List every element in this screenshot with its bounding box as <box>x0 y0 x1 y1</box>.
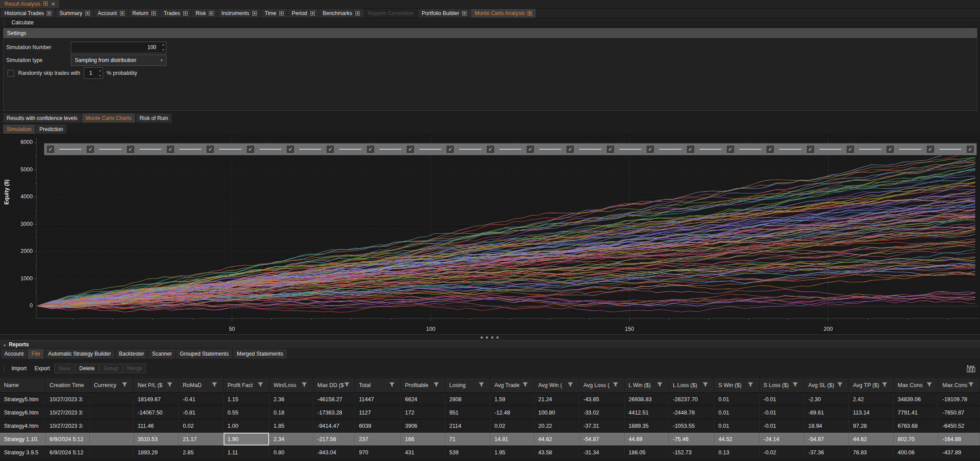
table-cell[interactable]: 2114 <box>445 419 490 432</box>
table-cell[interactable]: 0.01 <box>714 393 760 406</box>
legend-checkbox[interactable]: ✓ <box>807 146 814 153</box>
filter-funnel-icon[interactable] <box>389 382 395 387</box>
table-cell[interactable]: -75.46 <box>669 433 714 446</box>
legend-checkbox[interactable]: ✓ <box>207 146 214 153</box>
table-cell[interactable]: 1127 <box>355 406 401 419</box>
tab-return[interactable]: Return <box>129 9 159 18</box>
table-cell[interactable]: 18.94 <box>804 419 849 432</box>
table-cell[interactable]: -33.02 <box>579 406 625 419</box>
export-button[interactable]: Export <box>31 364 54 373</box>
legend-checkbox[interactable]: ✓ <box>607 146 614 153</box>
column-header-max-cons-21[interactable]: Max Cons <box>938 378 980 392</box>
tab-time[interactable]: Time <box>261 9 287 18</box>
spin-down-icon[interactable]: ▼ <box>162 48 165 52</box>
table-cell[interactable]: -12.48 <box>490 406 534 419</box>
table-cell[interactable]: 431 <box>401 446 445 459</box>
table-cell[interactable]: -2448.78 <box>669 406 714 419</box>
table-cell[interactable]: 26938.83 <box>625 393 669 406</box>
table-cell[interactable]: 2.36 <box>270 393 313 406</box>
table-cell[interactable]: 44.69 <box>625 433 669 446</box>
filter-funnel-icon[interactable] <box>613 382 618 387</box>
column-header-avg-tp-19[interactable]: Avg TP ($) <box>849 378 894 392</box>
table-cell[interactable]: -19109.78 <box>938 393 980 406</box>
reports-tab-backtester[interactable]: Backtester <box>116 349 148 359</box>
table-cell[interactable]: 0.18 <box>270 406 313 419</box>
table-cell[interactable]: -7650.87 <box>938 406 980 419</box>
table-cell[interactable]: 0.02 <box>179 419 224 432</box>
legend-checkbox[interactable]: ✓ <box>727 146 734 153</box>
legend-checkbox[interactable]: ✓ <box>847 146 854 153</box>
legend-checkbox[interactable]: ✓ <box>567 146 574 153</box>
table-cell[interactable]: Strategy 1.10. <box>0 433 46 446</box>
table-cell[interactable]: 10/27/2023 3: <box>46 419 90 432</box>
reports-tab-automatic-strategy-builder[interactable]: Automatic Strategy Builder <box>45 349 115 359</box>
table-cell[interactable]: -54.87 <box>579 433 625 446</box>
tab-summary[interactable]: Summary <box>56 9 93 18</box>
table-cell[interactable]: 11447 <box>355 393 401 406</box>
window-tab-result-analysis[interactable]: Result Analysis ✕ <box>0 0 59 8</box>
table-cell[interactable]: -1053.55 <box>669 419 714 432</box>
delete-button[interactable]: Delete <box>75 364 99 373</box>
filter-funnel-icon[interactable] <box>748 382 753 387</box>
table-cell[interactable]: 0.80 <box>270 446 313 459</box>
tab-period[interactable]: Period <box>288 9 318 18</box>
column-header-avg-trade-11[interactable]: Avg Trade <box>490 378 534 392</box>
table-cell[interactable]: -0.01 <box>760 419 804 432</box>
table-cell[interactable]: -0.02 <box>760 446 804 459</box>
table-cell[interactable] <box>90 446 134 459</box>
reports-tab-grouped-statements[interactable]: Grouped Statements <box>176 349 232 359</box>
filter-funnel-icon[interactable] <box>433 382 439 387</box>
filter-funnel-icon[interactable] <box>926 382 932 387</box>
table-cell[interactable]: 10/27/2023 3: <box>46 393 90 406</box>
table-cell[interactable]: -37.31 <box>579 419 625 432</box>
legend-checkbox[interactable]: ✓ <box>927 146 934 153</box>
legend-checkbox[interactable]: ✓ <box>47 146 54 153</box>
calculate-button[interactable]: Calculate <box>8 19 37 26</box>
table-cell[interactable]: 1.15 <box>224 393 270 406</box>
filter-funnel-icon[interactable] <box>167 382 173 387</box>
table-cell[interactable]: -9414.47 <box>313 419 355 432</box>
legend-checkbox[interactable]: ✓ <box>527 146 534 153</box>
filter-funnel-icon[interactable] <box>522 382 528 387</box>
column-header-avg-loss-13[interactable]: Avg Loss ( <box>579 378 625 392</box>
table-cell[interactable]: -152.73 <box>669 446 714 459</box>
table-cell[interactable]: 21.24 <box>534 393 579 406</box>
tab-account[interactable]: Account <box>94 9 128 18</box>
legend-checkbox[interactable]: ✓ <box>887 146 894 153</box>
table-cell[interactable]: -437.89 <box>938 446 980 459</box>
table-cell[interactable]: 10/27/2023 3: <box>46 406 90 419</box>
table-row[interactable]: Strategy5.htm10/27/2023 3:18149.67-0.411… <box>0 393 980 406</box>
filter-funnel-icon[interactable] <box>258 382 263 387</box>
table-cell[interactable]: -24.14 <box>760 433 804 446</box>
table-cell[interactable]: 1889.35 <box>625 419 669 432</box>
table-cell[interactable]: 4412.51 <box>625 406 669 419</box>
skip-trades-percent-input[interactable]: 1 ▲ ▼ <box>84 67 103 79</box>
table-cell[interactable]: 18149.67 <box>134 393 179 406</box>
table-cell[interactable]: 237 <box>355 433 401 446</box>
column-header-profit-fact-5[interactable]: Profit Fact <box>224 378 270 392</box>
table-cell[interactable]: Strategy4.htm <box>0 419 46 432</box>
column-header-net-p-l-3[interactable]: Net P/L ($ <box>134 378 179 392</box>
table-row[interactable]: Strategy 3.9.56/9/2024 5:121893.292.851.… <box>0 446 980 459</box>
skip-trades-checkbox[interactable] <box>8 70 14 77</box>
filter-funnel-icon[interactable] <box>882 382 887 387</box>
legend-checkbox[interactable]: ✓ <box>367 146 374 153</box>
table-cell[interactable]: 400.06 <box>894 446 938 459</box>
table-cell[interactable]: 7791.41 <box>894 406 938 419</box>
legend-checkbox[interactable]: ✓ <box>647 146 654 153</box>
table-cell[interactable]: 6624 <box>401 393 445 406</box>
column-header-name-0[interactable]: Name <box>0 378 46 392</box>
column-header-win-loss-6[interactable]: Win/Loss <box>270 378 313 392</box>
close-icon[interactable]: ✕ <box>51 1 55 7</box>
table-cell[interactable] <box>90 406 134 419</box>
column-header-s-loss-17[interactable]: S Loss ($) <box>760 378 804 392</box>
column-header-creation-time-1[interactable]: Creation Time <box>46 378 90 392</box>
column-header-avg-sl-18[interactable]: Avg SL ($) <box>804 378 849 392</box>
table-cell[interactable] <box>90 433 134 446</box>
table-cell[interactable]: 1.11 <box>224 446 270 459</box>
table-cell[interactable]: -164.88 <box>938 433 980 446</box>
tab-trades[interactable]: Trades <box>160 9 191 18</box>
table-cell[interactable]: 76.83 <box>849 446 894 459</box>
table-cell[interactable]: 2.85 <box>179 446 224 459</box>
table-cell[interactable]: -14067.50 <box>134 406 179 419</box>
